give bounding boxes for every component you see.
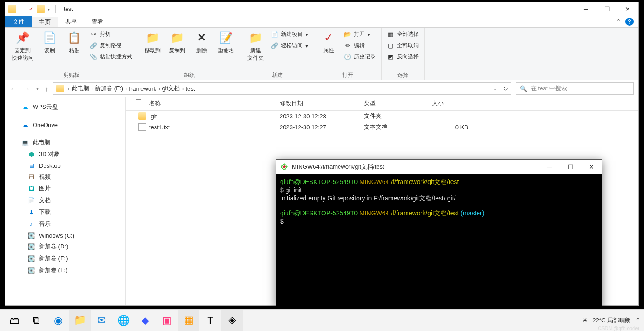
folder-icon [138, 112, 146, 120]
select-all-checkbox[interactable] [136, 99, 141, 105]
qat-check-icon[interactable]: ✓ [28, 6, 34, 12]
refresh-button[interactable]: ↻ [503, 85, 508, 92]
maximize-button[interactable]: ☐ [596, 2, 617, 16]
delete-button[interactable]: ✕删除 [191, 29, 213, 55]
window-title: test [64, 6, 73, 12]
sidebar-item-drive-e[interactable]: 💽新加卷 (E:) [5, 253, 125, 264]
file-row[interactable]: .git 2023-12-30 12:28 文件夹 [126, 111, 638, 122]
sidebar-item-drive-f[interactable]: 💽新加卷 (F:) [5, 264, 125, 276]
breadcrumb-item[interactable]: test [185, 85, 195, 92]
breadcrumb-item[interactable]: 新加卷 (F:) [95, 84, 123, 92]
taskbar-text[interactable]: T [199, 310, 221, 331]
open-icon: 📂 [344, 31, 351, 38]
pin-icon: 📌 [15, 30, 30, 45]
copy-path-button[interactable]: 🔗复制路径 [88, 41, 134, 50]
file-row[interactable]: test1.txt 2023-12-30 12:27 文本文档 0 KB [126, 122, 638, 132]
easy-access-button[interactable]: 🔗轻松访问 ▾ [269, 41, 310, 50]
sidebar: ☁WPS云盘 ☁OneDrive 💻此电脑 ⬢3D 对象 🖥Desktop 🎞视… [5, 97, 126, 305]
moveto-button[interactable]: 📁移动到 [142, 29, 164, 55]
collapse-ribbon-icon[interactable]: ⌃ [616, 18, 621, 25]
weather-icon[interactable]: ☀ [582, 317, 588, 324]
dropdown-icon[interactable]: ⌄ [493, 86, 497, 92]
taskbar-explorer[interactable]: 📁 [69, 310, 91, 331]
minimize-button[interactable]: ─ [576, 2, 596, 16]
nav-arrows: ← → ▾ ↑ [10, 85, 48, 92]
taskbar-bilibili[interactable]: ▣ [156, 310, 178, 331]
sidebar-item-music[interactable]: ♪音乐 [5, 218, 125, 230]
minimize-button[interactable]: ─ [539, 160, 560, 174]
tab-file[interactable]: 文件 [5, 16, 32, 27]
sidebar-item-pictures[interactable]: 🖼图片 [5, 183, 125, 195]
sidebar-item-onedrive[interactable]: ☁OneDrive [5, 119, 125, 130]
ribbon-tabs: 文件 主页 共享 查看 ⌃ ? [5, 16, 638, 28]
sidebar-item-3d[interactable]: ⬢3D 对象 [5, 148, 125, 160]
new-folder-button[interactable]: 📁新建 文件夹 [245, 29, 266, 63]
invert-selection-button[interactable]: ◩反向选择 [385, 52, 421, 62]
copyto-button[interactable]: 📁复制到 [166, 29, 188, 55]
sidebar-item-thispc[interactable]: 💻此电脑 [5, 136, 125, 148]
new-item-button[interactable]: 📄新建项目 ▾ [269, 29, 310, 39]
crumb-sep-icon: › [182, 85, 184, 92]
paste-shortcut-button[interactable]: 📎粘贴快捷方式 [88, 52, 134, 62]
col-date[interactable]: 修改日期 [280, 99, 364, 107]
paste-button[interactable]: 📋粘贴 [63, 29, 85, 55]
sidebar-item-downloads[interactable]: ⬇下载 [5, 206, 125, 218]
term-path: /f/framework/git文档/test [391, 209, 459, 217]
quick-access-toolbar: ✓ ▾ test [5, 5, 73, 13]
col-name[interactable]: 名称 [149, 99, 280, 107]
breadcrumb-item[interactable]: framework [129, 85, 156, 92]
crumb-sep-icon: › [125, 85, 127, 92]
ribbon-group-clipboard: 📌固定到 快速访问 📄复制 📋粘贴 ✂剪切 🔗复制路径 📎粘贴快捷方式 剪贴板 [5, 28, 138, 80]
copy-button[interactable]: 📄复制 [39, 29, 61, 55]
sidebar-item-documents[interactable]: 📄文档 [5, 195, 125, 206]
watermark: CSDN @qfh-coder [598, 326, 639, 331]
open-button[interactable]: 📂打开 ▾ [342, 29, 378, 39]
sidebar-item-wps[interactable]: ☁WPS云盘 [5, 101, 125, 113]
col-size[interactable]: 大小 [432, 99, 468, 107]
term-command: git init [286, 186, 302, 194]
sidebar-item-drive-d[interactable]: 💽新加卷 (D:) [5, 241, 125, 253]
taskbar-vm[interactable]: ▦ [178, 310, 199, 331]
select-all-button[interactable]: ▦全部选择 [385, 29, 421, 39]
taskbar-mingw[interactable]: ◈ [221, 310, 243, 331]
taskbar-edge[interactable]: ◉ [47, 310, 69, 331]
breadcrumb-item[interactable]: git文档 [162, 84, 180, 92]
sidebar-item-drive-c[interactable]: 💽Windows (C:) [5, 230, 125, 241]
weather-text[interactable]: 22°C 局部晴朗 [592, 316, 631, 325]
tray-chevron-icon[interactable]: ⌃ [635, 317, 640, 324]
recent-button[interactable]: ▾ [36, 86, 39, 91]
search-input[interactable]: 🔍 在 test 中搜索 [516, 82, 634, 95]
terminal-body[interactable]: qiufh@DESKTOP-52549T0 MINGW64 /f/framewo… [276, 174, 602, 229]
tab-home[interactable]: 主页 [32, 16, 58, 27]
taskbar-mail[interactable]: ✉ [91, 310, 112, 331]
rename-button[interactable]: 📝重命名 [215, 29, 237, 55]
properties-button[interactable]: ✓属性 [318, 29, 339, 55]
terminal-titlebar: MINGW64:/f/framework/git文档/test ─ ☐ ✕ [276, 160, 602, 174]
pin-button[interactable]: 📌固定到 快速访问 [9, 29, 36, 63]
taskbar-taskview[interactable]: ⧉ [25, 310, 47, 331]
maximize-button[interactable]: ☐ [560, 160, 581, 174]
close-button[interactable]: ✕ [617, 2, 638, 16]
sidebar-item-desktop[interactable]: 🖥Desktop [5, 160, 125, 171]
history-button[interactable]: 🕐历史记录 [342, 52, 378, 62]
help-icon[interactable]: ? [625, 18, 634, 26]
up-button[interactable]: ↑ [45, 85, 48, 92]
breadcrumb-item[interactable]: 此电脑 [72, 84, 89, 92]
col-type[interactable]: 类型 [364, 99, 432, 107]
cut-button[interactable]: ✂剪切 [88, 29, 134, 39]
select-none-button[interactable]: ▢全部取消 [385, 41, 421, 50]
sidebar-item-videos[interactable]: 🎞视频 [5, 171, 125, 183]
edit-button[interactable]: ✏编辑 [342, 41, 378, 50]
tab-view[interactable]: 查看 [84, 16, 111, 27]
file-date: 2023-12-30 12:28 [280, 113, 364, 120]
address-bar[interactable]: › 此电脑 › 新加卷 (F:) › framework › git文档 › t… [53, 82, 512, 95]
tab-share[interactable]: 共享 [58, 16, 84, 27]
forward-button[interactable]: → [23, 85, 30, 92]
back-button[interactable]: ← [10, 85, 17, 92]
group-label: 打开 [318, 70, 378, 79]
qat-dropdown-icon[interactable]: ▾ [48, 7, 50, 12]
taskbar-start[interactable]: 🗃 [4, 310, 25, 331]
taskbar-chrome[interactable]: 🌐 [112, 310, 134, 331]
taskbar-app[interactable]: ◆ [134, 310, 156, 331]
close-button[interactable]: ✕ [581, 160, 602, 174]
